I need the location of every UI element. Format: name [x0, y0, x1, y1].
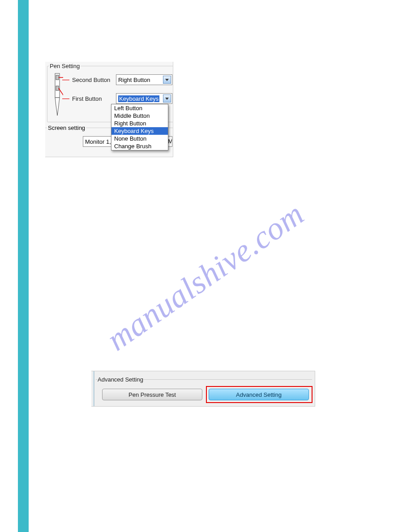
second-button-combo[interactable]: Right Button	[116, 74, 172, 85]
connector-icon: —	[62, 76, 69, 84]
chevron-down-icon[interactable]	[163, 94, 171, 103]
second-button-row: — Second Button Right Button	[62, 74, 172, 85]
advanced-title: Advanced Setting	[98, 376, 143, 383]
first-button-label: First Button	[72, 95, 114, 102]
panel-left-edge	[93, 371, 94, 406]
connector-icon: —	[62, 94, 69, 103]
pen-pressure-test-button[interactable]: Pen Pressure Test	[102, 389, 202, 400]
dropdown-option[interactable]: None Button	[111, 135, 168, 142]
first-button-value: Keyboard Keys	[118, 95, 159, 102]
dropdown-option[interactable]: Right Button	[111, 120, 168, 127]
dropdown-option[interactable]: Middle Button	[111, 112, 168, 120]
first-button-combo[interactable]: Keyboard Keys	[116, 93, 172, 104]
svg-rect-1	[56, 75, 59, 80]
dropdown-option-selected[interactable]: Keyboard Keys	[111, 127, 168, 135]
second-button-label: Second Button	[72, 77, 114, 83]
pen-setting-title: Pen Setting	[49, 63, 81, 69]
pen-icon	[51, 73, 63, 116]
first-button-row: — First Button Keyboard Keys	[62, 93, 172, 104]
advanced-setting-button[interactable]: Advanced Setting	[209, 389, 309, 400]
watermark-text: manualshive.com	[100, 195, 311, 358]
advanced-setting-panel: Advanced Setting Pen Pressure Test Advan…	[91, 371, 315, 407]
chevron-down-icon[interactable]	[163, 76, 171, 84]
page-accent-bar	[18, 0, 29, 532]
svg-rect-2	[56, 86, 59, 90]
pen-setting-panel: Pen Setting — Second Button Right Button…	[45, 62, 173, 157]
dropdown-option[interactable]: Change Brush	[111, 142, 168, 150]
first-button-dropdown[interactable]: Left Button Middle Button Right Button K…	[111, 104, 168, 150]
second-button-value: Right Button	[118, 77, 150, 83]
screen-setting-title: Screen setting	[47, 124, 86, 131]
dropdown-option[interactable]: Left Button	[111, 104, 168, 112]
